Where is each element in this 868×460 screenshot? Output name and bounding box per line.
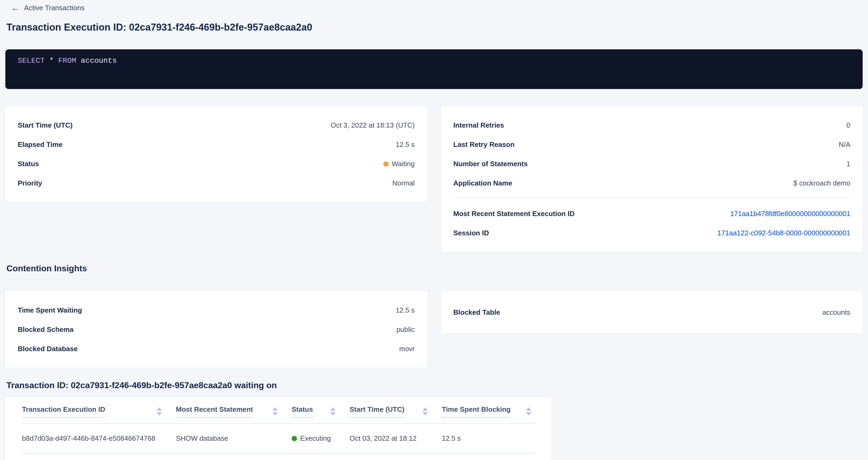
elapsed-time-label: Elapsed Time [18, 140, 62, 148]
contention-card-left: Time Spent Waiting 12.5 s Blocked Schema… [4, 290, 428, 368]
status-text: Waiting [392, 159, 415, 167]
sql-table-name: accounts [76, 56, 117, 65]
arrow-left-icon: ← [11, 4, 19, 12]
column-header-label: Status [292, 405, 313, 418]
session-id-link[interactable]: 171aa122-c092-54b8-0000-000000000001 [717, 229, 850, 237]
contention-card-right: Blocked Table accounts [440, 290, 864, 334]
status-row: Status Waiting [18, 154, 415, 173]
column-header-start-time[interactable]: Start Time (UTC) [349, 401, 442, 423]
back-link[interactable]: ← Active Transactions [11, 4, 85, 12]
column-header-label: Time Spent Blocking [442, 405, 511, 418]
status-label: Status [18, 159, 39, 167]
column-header-label: Transaction Execution ID [22, 405, 105, 418]
back-link-label: Active Transactions [24, 4, 85, 12]
cell-start-time: Oct 03, 2022 at 18:12 [349, 423, 442, 453]
internal-retries-value: 0 [846, 121, 850, 129]
summary-card-left: Start Time (UTC) Oct 3, 2022 at 18:13 (U… [4, 105, 428, 203]
contention-cards-row: Time Spent Waiting 12.5 s Blocked Schema… [4, 290, 864, 368]
start-time-value: Oct 3, 2022 at 18:13 (UTC) [331, 121, 415, 129]
application-name-row: Application Name $ cockroach demo [453, 173, 850, 192]
statement-execution-id-label: Most Recent Statement Execution ID [453, 209, 575, 217]
status-executing-dot-icon [292, 436, 297, 441]
waiting-transactions-table: Transaction Execution ID Most Recent Sta… [22, 401, 534, 454]
internal-retries-row: Internal Retries 0 [453, 115, 850, 134]
time-spent-waiting-label: Time Spent Waiting [18, 306, 82, 314]
number-of-statements-label: Number of Statements [453, 159, 528, 167]
internal-retries-label: Internal Retries [453, 121, 504, 129]
sql-keyword-select: SELECT [18, 56, 45, 65]
start-time-label: Start Time (UTC) [18, 121, 73, 129]
blocked-table-row: Blocked Table accounts [453, 302, 850, 322]
page-title: Transaction Execution ID: 02ca7931-f246-… [6, 21, 863, 34]
time-spent-waiting-row: Time Spent Waiting 12.5 s [18, 300, 415, 319]
time-spent-waiting-value: 12.5 s [396, 306, 415, 314]
priority-label: Priority [18, 179, 42, 187]
sql-statement-box: SELECT * FROM accounts [5, 49, 863, 89]
application-name-label: Application Name [453, 179, 512, 187]
cell-status-text: Executing [300, 434, 331, 442]
sort-arrows-icon [526, 407, 531, 416]
column-header-transaction-execution-id[interactable]: Transaction Execution ID [22, 401, 176, 423]
cell-transaction-execution-id: b8d7d03a-d497-446b-8474-e50846674768 [22, 423, 176, 453]
table-header-row: Transaction Execution ID Most Recent Sta… [22, 401, 534, 423]
sql-operator: * [45, 56, 58, 65]
blocked-database-label: Blocked Database [18, 344, 78, 352]
sort-arrows-icon [157, 407, 162, 416]
card-divider [453, 198, 850, 198]
cell-time-spent-blocking: 12.5 s [442, 423, 534, 453]
session-id-label: Session ID [453, 229, 489, 237]
session-id-row: Session ID 171aa122-c092-54b8-0000-00000… [453, 223, 850, 242]
status-value: Waiting [383, 159, 415, 167]
statement-execution-id-link[interactable]: 171aa1b478fdf0e80000000000000001 [730, 209, 850, 217]
number-of-statements-value: 1 [846, 159, 850, 167]
last-retry-reason-value: N/A [839, 140, 850, 148]
waiting-on-heading: Transaction ID: 02ca7931-f246-469b-b2fe-… [6, 380, 863, 391]
column-header-status[interactable]: Status [292, 401, 349, 423]
column-header-label: Start Time (UTC) [349, 405, 404, 418]
sort-arrows-icon [423, 407, 428, 416]
blocked-schema-value: public [397, 325, 415, 333]
contention-insights-heading: Contention Insights [6, 263, 863, 274]
status-waiting-dot-icon [383, 161, 389, 166]
start-time-row: Start Time (UTC) Oct 3, 2022 at 18:13 (U… [18, 115, 415, 134]
column-header-label: Most Recent Statement [176, 405, 253, 418]
blocked-schema-label: Blocked Schema [18, 325, 73, 333]
summary-cards-row: Start Time (UTC) Oct 3, 2022 at 18:13 (U… [4, 105, 864, 252]
cell-status: Executing [292, 423, 349, 453]
priority-row: Priority Normal [18, 173, 415, 192]
application-name-value: $ cockroach demo [794, 179, 850, 187]
active-transaction-details-page: ← Active Transactions Transaction Execut… [0, 0, 868, 460]
number-of-statements-row: Number of Statements 1 [453, 154, 850, 173]
priority-value: Normal [392, 179, 415, 187]
table-row: b8d7d03a-d497-446b-8474-e50846674768 SHO… [22, 423, 534, 453]
summary-card-right: Internal Retries 0 Last Retry Reason N/A… [440, 105, 864, 252]
column-header-time-spent-blocking[interactable]: Time Spent Blocking [442, 401, 534, 423]
blocked-table-label: Blocked Table [453, 308, 500, 316]
blocked-database-row: Blocked Database movr [18, 339, 415, 358]
elapsed-time-value: 12.5 s [396, 140, 415, 148]
waiting-transactions-table-card: Transaction Execution ID Most Recent Sta… [4, 396, 552, 460]
sort-arrows-icon [272, 407, 278, 416]
column-header-most-recent-statement[interactable]: Most Recent Statement [176, 401, 292, 423]
sort-arrows-icon [330, 407, 336, 416]
blocked-schema-row: Blocked Schema public [18, 319, 415, 339]
blocked-database-value: movr [399, 344, 415, 352]
last-retry-reason-row: Last Retry Reason N/A [453, 134, 850, 154]
blocked-table-value: accounts [823, 308, 850, 316]
cell-most-recent-statement: SHOW database [176, 423, 292, 453]
last-retry-reason-label: Last Retry Reason [453, 140, 515, 148]
elapsed-time-row: Elapsed Time 12.5 s [18, 134, 415, 154]
sql-keyword-from: FROM [58, 56, 76, 65]
statement-execution-id-row: Most Recent Statement Execution ID 171aa… [453, 204, 850, 223]
